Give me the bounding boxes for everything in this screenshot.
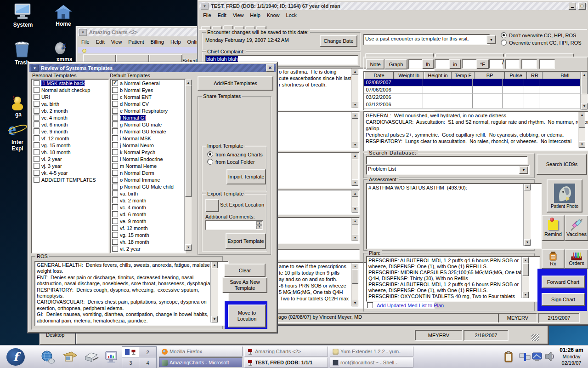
list-item[interactable]: e Normal Respiratory (111, 107, 185, 114)
checkbox-icon[interactable] (34, 108, 40, 114)
temp-input[interactable] (462, 59, 477, 69)
move-to-location-button[interactable]: Move to Location (228, 305, 266, 328)
list-item[interactable]: vh. 18 month (32, 149, 108, 155)
table-row[interactable]: 07/06/2006 (364, 86, 588, 94)
workspace-3[interactable]: 3 (122, 357, 140, 368)
maximize-icon[interactable]: ▢ (578, 3, 586, 10)
window-menu-icon[interactable]: ▼ (79, 29, 87, 36)
height-input[interactable] (435, 59, 450, 69)
lb-unit-button[interactable]: lb (422, 59, 434, 69)
dropdown-arrow-icon[interactable]: ▼ (486, 35, 496, 44)
list-item[interactable]: n Normal Derm (111, 169, 185, 176)
checkbox-icon[interactable] (34, 121, 40, 127)
graph-button[interactable]: Graph (384, 59, 407, 69)
physical-exam-text[interactable]: GENERAL: Well nourished, well hydrated, … (363, 111, 588, 151)
checkbox-icon[interactable] (34, 80, 40, 86)
display-tray-icon[interactable] (532, 352, 542, 362)
checkbox-icon[interactable] (112, 115, 118, 121)
list-item[interactable]: i1 MSK stable back (32, 80, 108, 86)
checkbox-icon[interactable] (112, 80, 118, 86)
checkbox-icon[interactable] (112, 211, 118, 217)
checkbox-icon[interactable] (112, 246, 118, 252)
list-item[interactable]: l Normal Endocrine (111, 155, 185, 162)
checkbox-icon[interactable] (34, 156, 40, 162)
list-item[interactable]: d Normal CV (111, 100, 185, 107)
workspace-2[interactable]: 2 (139, 346, 157, 358)
rr-input[interactable] (539, 59, 555, 69)
additional-comments-input[interactable]: ▲ ▼ (205, 220, 263, 230)
window-menu-icon[interactable]: ▼ (201, 3, 209, 10)
checkbox-icon[interactable] (34, 101, 40, 107)
checkbox-icon[interactable] (112, 156, 118, 162)
checkbox-icon[interactable] (34, 128, 40, 134)
ros-scrollbar[interactable]: ▲▼ (210, 262, 218, 322)
taskbar-task[interactable]: TEST, FRED (DOB: 1/1/1 (244, 357, 328, 368)
list-item[interactable]: vf. 12 month (32, 135, 108, 142)
list-item[interactable]: p Normal GU Male child (111, 183, 185, 190)
checkbox-icon[interactable] (34, 142, 40, 148)
list-item[interactable]: i Normal MSK (111, 135, 185, 142)
list-item[interactable]: j Normal Neuro (111, 142, 185, 149)
list-item[interactable]: c Normal ENT (111, 93, 185, 100)
list-item[interactable]: vh. 18 month (111, 238, 185, 245)
checkbox-icon[interactable] (112, 121, 118, 127)
checkbox-icon[interactable] (34, 94, 40, 100)
list-item[interactable]: va. birth (32, 100, 108, 107)
patient-window-titlebar[interactable]: ▼ TEST, FRED (DOB: 1/1/1940; ID: 1164) 6… (199, 2, 587, 10)
checkbox-icon[interactable] (112, 87, 118, 93)
minimize-icon[interactable]: ▁ (569, 3, 576, 10)
print-launcher[interactable] (84, 351, 99, 364)
list-item[interactable]: va. birth (111, 190, 185, 197)
list-item[interactable]: vg. 15 month (32, 142, 108, 149)
in-unit-button[interactable]: in (449, 59, 461, 69)
fedora-menu-button[interactable]: f (6, 348, 25, 366)
clipboard-tray-icon[interactable] (503, 351, 514, 364)
scrollbar[interactable]: ▲▼ (351, 218, 358, 241)
checkbox-icon[interactable] (112, 108, 118, 114)
table-row[interactable]: 03/22/2006 (364, 94, 588, 101)
vitals-scrollbar[interactable]: ▲▼ (580, 72, 588, 109)
checkbox-icon[interactable] (112, 101, 118, 107)
orders-button[interactable]: Orders (565, 249, 588, 269)
checkbox-icon[interactable] (112, 94, 118, 100)
list-item[interactable]: vk. 4-5 year (32, 169, 108, 176)
list-item[interactable]: vb. 2 month (32, 107, 108, 114)
list-item[interactable]: Normal adult checkup (32, 86, 108, 93)
default-list-scrollbar[interactable]: ▲▼ (184, 80, 192, 251)
list-item[interactable]: vc. 4 month (111, 204, 185, 211)
desktop-icon-system[interactable]: System (8, 3, 38, 28)
radio-dont-overwrite[interactable]: Don't overwrite CC, HPI, ROS (501, 32, 576, 38)
vitals-header-cell[interactable]: Weight lb (394, 72, 424, 79)
pulse-input[interactable] (521, 59, 537, 69)
assessment-scrollbar[interactable]: ▲▼ (523, 184, 531, 246)
list-item[interactable]: m Normal Heme (111, 162, 185, 169)
checkbox-icon[interactable] (34, 149, 40, 155)
note-button[interactable]: Note (366, 59, 384, 69)
scrollbar[interactable]: ▲▼ (351, 153, 358, 186)
clear-button[interactable]: Clear (224, 264, 266, 277)
desktop-icon-xmms[interactable]: ♫ xmms (50, 41, 79, 63)
scrollbar[interactable]: ▲▼ (351, 112, 358, 148)
scrollbar[interactable]: ▲▼ (351, 190, 358, 213)
list-item[interactable]: vi. 2 year (32, 155, 108, 162)
menu-item[interactable]: Help (250, 12, 260, 18)
vitals-header-cell[interactable]: Date (364, 72, 394, 79)
vaccines-button[interactable]: Vaccines (565, 215, 588, 241)
search-icd9s-button[interactable]: Search ICD9s (537, 154, 587, 175)
vitals-header-cell[interactable]: BP (475, 72, 505, 79)
list-item[interactable]: vj. 3 year (32, 162, 108, 169)
ros-templates-dialog[interactable]: ▼ Review of Systems Templates ✕ Personal… (28, 62, 277, 333)
f-unit-button[interactable]: °F (476, 59, 489, 69)
menu-item[interactable]: Patient (128, 39, 144, 45)
menu-item[interactable]: Lock (286, 12, 297, 18)
web-browser-launcher[interactable] (40, 350, 55, 365)
menu-item[interactable]: Know (267, 12, 280, 18)
clock[interactable]: 01:26 am Monday 02/19/07 (557, 347, 586, 366)
network-tray-icon[interactable] (519, 352, 531, 363)
list-item[interactable]: vg. 15 month (111, 231, 185, 238)
bp-diastolic-input[interactable] (505, 59, 520, 69)
checkbox-icon[interactable] (34, 87, 40, 93)
checkbox-icon[interactable] (34, 177, 40, 183)
set-export-location-button[interactable] (205, 199, 219, 212)
list-item[interactable]: URI (32, 93, 108, 100)
